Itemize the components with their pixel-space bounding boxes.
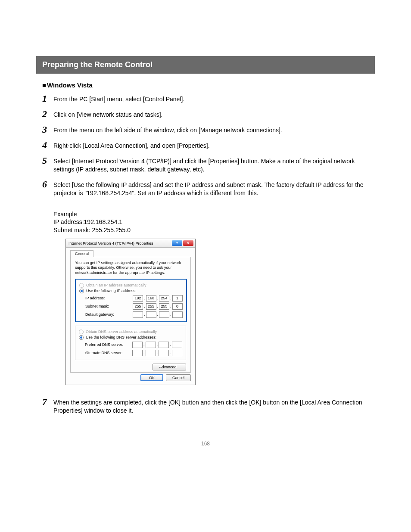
ip-octet[interactable]: 255 (159, 303, 169, 310)
tab-general[interactable]: General (70, 250, 93, 257)
step-text: From the PC [Start] menu, select [Contro… (53, 94, 184, 103)
example-ip-line: IP address:192.168.254.1 (53, 218, 370, 226)
dialog-body: General You can get IP settings assigned… (66, 248, 195, 385)
ip-octet[interactable] (172, 311, 183, 318)
step-text: From the menu on the left side of the wi… (53, 125, 282, 134)
alternate-dns-input[interactable]: ... (132, 350, 182, 356)
radio-use-ip[interactable]: Use the following IP address: (79, 289, 183, 293)
radio-icon (79, 283, 84, 288)
button-label: Advanced... (159, 365, 180, 369)
default-gateway-input[interactable]: ... (133, 311, 183, 318)
step-number: 2 (42, 109, 53, 119)
help-button[interactable]: ? (172, 240, 182, 246)
step-number: 4 (42, 140, 53, 150)
radio-icon (79, 330, 84, 334)
button-label: Cancel (172, 376, 184, 380)
cancel-button[interactable]: Cancel (166, 374, 191, 381)
step-1: 1 From the PC [Start] menu, select [Cont… (42, 94, 370, 103)
subheading-text: Windows Vista (47, 81, 92, 89)
section-header: Preparing the Remote Control (36, 56, 375, 74)
ip-octet[interactable]: 168 (146, 295, 156, 302)
step-text: When the settings are completed, click t… (53, 397, 370, 415)
advanced-row: Advanced... (75, 364, 186, 370)
step-4: 4 Right-click [Local Area Connection], a… (42, 140, 370, 150)
subheading: ■Windows Vista (42, 81, 370, 89)
dialog-actions: OK Cancel (70, 374, 191, 381)
step-number: 5 (42, 156, 53, 165)
step-text: Select [Internet Protocol Version 4 (TCP… (53, 156, 370, 174)
square-bullet-icon: ■ (42, 81, 46, 89)
step-number: 6 (42, 180, 53, 189)
ip-octet[interactable]: 255 (146, 303, 156, 310)
step-number: 7 (42, 397, 53, 407)
step-text: Select [Use the following IP address] an… (53, 180, 370, 197)
radio-obtain-ip[interactable]: Obtain an IP address automatically (79, 283, 183, 288)
content-area: ■Windows Vista 1 From the PC [Start] men… (39, 74, 372, 415)
ip-settings-group: Obtain an IP address automatically Use t… (75, 279, 187, 322)
field-label: Subnet mask: (85, 304, 133, 308)
close-button[interactable]: X (183, 240, 193, 246)
example-mask-line: Subnet mask: 255.255.255.0 (53, 226, 370, 234)
preferred-dns-row: Preferred DNS server: ... (85, 342, 182, 348)
radio-icon (79, 335, 84, 340)
ipv4-properties-dialog: Internet Protocol Version 4 (TCP/IPv4) P… (65, 239, 196, 385)
radio-label: Obtain DNS server address automatically (86, 330, 157, 334)
ip-address-input[interactable]: 192.168.254.1 (133, 295, 183, 302)
window-buttons: ? X (172, 240, 193, 246)
step-number: 1 (42, 94, 53, 103)
step-3: 3 From the menu on the left side of the … (42, 125, 370, 134)
step-7: 7 When the settings are completed, click… (42, 397, 370, 415)
subnet-mask-row: Subnet mask: 255.255.255.0 (85, 303, 183, 310)
advanced-button[interactable]: Advanced... (153, 364, 186, 370)
radio-dot-icon (81, 290, 83, 292)
radio-label: Use the following IP address: (86, 289, 136, 293)
ip-octet[interactable] (146, 311, 156, 318)
ip-octet[interactable]: 0 (172, 303, 183, 310)
radio-dot-icon (80, 336, 82, 339)
tab-label: General (75, 252, 89, 256)
ip-octet[interactable] (159, 350, 169, 356)
help-icon: ? (176, 241, 178, 245)
close-icon: X (187, 241, 189, 245)
field-label: IP address: (85, 296, 133, 300)
ip-octet[interactable] (159, 311, 169, 318)
radio-label: Use the following DNS server addresses: (86, 335, 156, 339)
ip-octet[interactable] (172, 350, 182, 356)
radio-icon (79, 289, 84, 293)
ip-octet[interactable] (146, 342, 156, 348)
step-number: 3 (42, 125, 53, 134)
radio-label: Obtain an IP address automatically (86, 283, 146, 287)
ip-octet[interactable] (159, 342, 169, 348)
ip-octet[interactable]: 1 (172, 295, 183, 302)
dialog-titlebar: Internet Protocol Version 4 (TCP/IPv4) P… (66, 239, 195, 248)
ip-octet[interactable] (132, 342, 143, 348)
preferred-dns-input[interactable]: ... (132, 342, 182, 348)
tab-panel-general: You can get IP settings assigned automat… (70, 257, 191, 373)
step-6: 6 Select [Use the following IP address] … (42, 180, 370, 197)
step-5: 5 Select [Internet Protocol Version 4 (T… (42, 156, 370, 174)
document-page: Preparing the Remote Control ■Windows Vi… (0, 0, 411, 464)
step-text: Right-click [Local Area Connection], and… (53, 140, 210, 150)
field-label: Default gateway: (85, 312, 133, 317)
ip-octet[interactable]: 255 (133, 303, 143, 310)
field-label: Preferred DNS server: (85, 342, 132, 347)
example-label: Example (53, 210, 370, 218)
page-number: 168 (39, 441, 372, 447)
ip-octet[interactable] (172, 342, 182, 348)
ip-address-row: IP address: 192.168.254.1 (85, 295, 183, 302)
step-text: Click on [View network status and tasks]… (53, 109, 162, 119)
field-label: Alternate DNS server: (85, 351, 132, 355)
radio-use-dns[interactable]: Use the following DNS server addresses: (79, 335, 182, 340)
dns-settings-group: Obtain DNS server address automatically … (75, 326, 186, 360)
default-gateway-row: Default gateway: ... (85, 311, 183, 318)
ip-octet[interactable]: 192 (133, 295, 143, 302)
ip-octet[interactable]: 254 (159, 295, 169, 302)
ip-octet[interactable] (146, 350, 156, 356)
ip-octet[interactable] (132, 350, 143, 356)
radio-obtain-dns[interactable]: Obtain DNS server address automatically (79, 330, 182, 334)
ok-button[interactable]: OK (140, 374, 163, 381)
subnet-mask-input[interactable]: 255.255.255.0 (133, 303, 183, 310)
dialog-title: Internet Protocol Version 4 (TCP/IPv4) P… (68, 241, 153, 246)
dialog-description: You can get IP settings assigned automat… (75, 261, 186, 275)
ip-octet[interactable] (133, 311, 143, 318)
